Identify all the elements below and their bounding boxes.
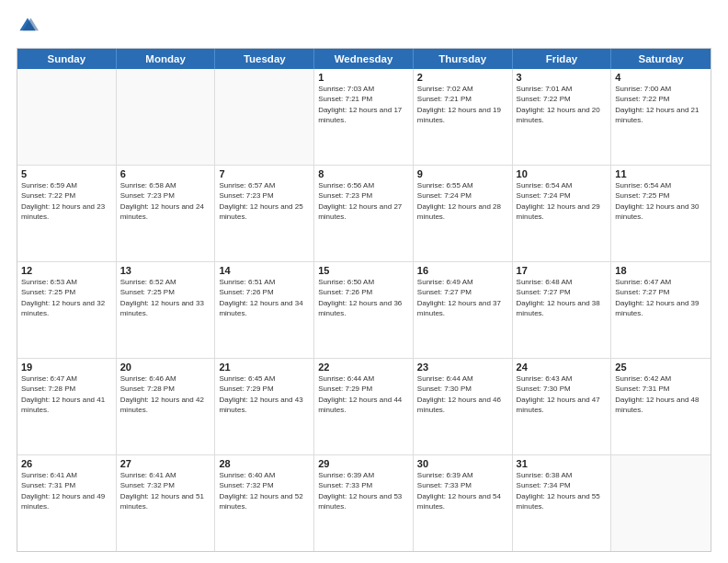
cell-info: Sunrise: 6:50 AMSunset: 7:26 PMDaylight:…	[318, 278, 402, 317]
weekday-header-thursday: Thursday	[414, 49, 513, 69]
day-number: 29	[318, 458, 409, 469]
day-number: 7	[219, 168, 310, 179]
day-number: 18	[615, 265, 707, 276]
cell-info: Sunrise: 6:44 AMSunset: 7:29 PMDaylight:…	[318, 374, 402, 414]
day-number: 11	[615, 168, 707, 179]
cell-info: Sunrise: 6:57 AMSunset: 7:23 PMDaylight:…	[219, 181, 302, 221]
calendar-cell: 27Sunrise: 6:41 AMSunset: 7:32 PMDayligh…	[117, 455, 216, 551]
cell-info: Sunrise: 7:03 AMSunset: 7:21 PMDaylight:…	[318, 85, 402, 124]
day-number: 14	[219, 265, 310, 276]
calendar-cell: 28Sunrise: 6:40 AMSunset: 7:32 PMDayligh…	[215, 455, 314, 551]
day-number: 30	[417, 458, 508, 469]
calendar-week-1: 1Sunrise: 7:03 AMSunset: 7:21 PMDaylight…	[17, 69, 711, 166]
day-number: 1	[318, 72, 409, 83]
cell-info: Sunrise: 6:53 AMSunset: 7:25 PMDaylight:…	[21, 278, 105, 317]
day-number: 13	[120, 265, 211, 276]
cell-info: Sunrise: 6:41 AMSunset: 7:32 PMDaylight:…	[120, 471, 204, 511]
calendar-cell: 2Sunrise: 7:02 AMSunset: 7:21 PMDaylight…	[414, 69, 513, 165]
calendar-cell: 10Sunrise: 6:54 AMSunset: 7:24 PMDayligh…	[513, 166, 612, 261]
day-number: 5	[21, 168, 112, 179]
calendar-cell: 8Sunrise: 6:56 AMSunset: 7:23 PMDaylight…	[314, 166, 414, 261]
day-number: 9	[417, 168, 508, 179]
calendar-cell: 14Sunrise: 6:51 AMSunset: 7:26 PMDayligh…	[215, 262, 314, 358]
calendar-cell: 20Sunrise: 6:46 AMSunset: 7:28 PMDayligh…	[117, 359, 216, 454]
day-number: 27	[120, 458, 211, 469]
cell-info: Sunrise: 6:54 AMSunset: 7:25 PMDaylight:…	[615, 181, 699, 221]
cell-info: Sunrise: 6:43 AMSunset: 7:30 PMDaylight:…	[517, 374, 600, 414]
day-number: 12	[21, 265, 112, 276]
calendar-cell: 24Sunrise: 6:43 AMSunset: 7:30 PMDayligh…	[513, 359, 612, 454]
cell-info: Sunrise: 6:38 AMSunset: 7:34 PMDaylight:…	[517, 471, 600, 511]
cell-info: Sunrise: 6:40 AMSunset: 7:32 PMDaylight:…	[219, 471, 302, 511]
calendar-cell: 3Sunrise: 7:01 AMSunset: 7:22 PMDaylight…	[513, 69, 612, 165]
day-number: 4	[615, 72, 707, 83]
calendar-cell: 26Sunrise: 6:41 AMSunset: 7:31 PMDayligh…	[17, 455, 117, 551]
day-number: 25	[615, 362, 707, 373]
cell-info: Sunrise: 6:51 AMSunset: 7:26 PMDaylight:…	[219, 278, 302, 317]
day-number: 28	[219, 458, 310, 469]
logo-icon	[17, 15, 39, 37]
day-number: 16	[417, 265, 508, 276]
day-number: 15	[318, 265, 409, 276]
day-number: 10	[517, 168, 608, 179]
calendar-cell	[215, 69, 314, 165]
cell-info: Sunrise: 6:47 AMSunset: 7:27 PMDaylight:…	[615, 278, 699, 317]
page-header	[17, 15, 711, 40]
day-number: 8	[318, 168, 409, 179]
cell-info: Sunrise: 7:01 AMSunset: 7:22 PMDaylight:…	[517, 85, 600, 124]
weekday-header-friday: Friday	[513, 49, 612, 69]
calendar-cell	[17, 69, 117, 165]
day-number: 24	[517, 362, 608, 373]
calendar-cell: 11Sunrise: 6:54 AMSunset: 7:25 PMDayligh…	[611, 166, 711, 261]
day-number: 2	[417, 72, 508, 83]
day-number: 19	[21, 362, 112, 373]
calendar-week-2: 5Sunrise: 6:59 AMSunset: 7:22 PMDaylight…	[17, 166, 711, 262]
cell-info: Sunrise: 7:00 AMSunset: 7:22 PMDaylight:…	[615, 85, 699, 124]
cell-info: Sunrise: 6:45 AMSunset: 7:29 PMDaylight:…	[219, 374, 302, 414]
cell-info: Sunrise: 6:54 AMSunset: 7:24 PMDaylight:…	[517, 181, 600, 221]
day-number: 23	[417, 362, 508, 373]
calendar-cell: 25Sunrise: 6:42 AMSunset: 7:31 PMDayligh…	[611, 359, 711, 454]
cell-info: Sunrise: 7:02 AMSunset: 7:21 PMDaylight:…	[417, 85, 501, 124]
day-number: 26	[21, 458, 112, 469]
calendar-week-5: 26Sunrise: 6:41 AMSunset: 7:31 PMDayligh…	[17, 455, 711, 551]
cell-info: Sunrise: 6:56 AMSunset: 7:23 PMDaylight:…	[318, 181, 402, 221]
calendar-cell: 15Sunrise: 6:50 AMSunset: 7:26 PMDayligh…	[314, 262, 414, 358]
calendar: SundayMondayTuesdayWednesdayThursdayFrid…	[17, 48, 711, 552]
calendar-cell: 29Sunrise: 6:39 AMSunset: 7:33 PMDayligh…	[314, 455, 414, 551]
calendar-week-3: 12Sunrise: 6:53 AMSunset: 7:25 PMDayligh…	[17, 262, 711, 359]
calendar-cell: 13Sunrise: 6:52 AMSunset: 7:25 PMDayligh…	[117, 262, 216, 358]
calendar-week-4: 19Sunrise: 6:47 AMSunset: 7:28 PMDayligh…	[17, 359, 711, 455]
calendar-cell: 6Sunrise: 6:58 AMSunset: 7:23 PMDaylight…	[117, 166, 216, 261]
day-number: 22	[318, 362, 409, 373]
calendar-cell: 31Sunrise: 6:38 AMSunset: 7:34 PMDayligh…	[513, 455, 612, 551]
calendar-cell: 1Sunrise: 7:03 AMSunset: 7:21 PMDaylight…	[314, 69, 414, 165]
weekday-header-wednesday: Wednesday	[314, 49, 414, 69]
cell-info: Sunrise: 6:39 AMSunset: 7:33 PMDaylight:…	[318, 471, 402, 511]
weekday-header-sunday: Sunday	[17, 49, 117, 69]
weekday-header-tuesday: Tuesday	[215, 49, 314, 69]
cell-info: Sunrise: 6:52 AMSunset: 7:25 PMDaylight:…	[120, 278, 204, 317]
cell-info: Sunrise: 6:47 AMSunset: 7:28 PMDaylight:…	[21, 374, 105, 414]
day-number: 3	[517, 72, 608, 83]
calendar-cell: 17Sunrise: 6:48 AMSunset: 7:27 PMDayligh…	[513, 262, 612, 358]
cell-info: Sunrise: 6:58 AMSunset: 7:23 PMDaylight:…	[120, 181, 204, 221]
calendar-cell: 19Sunrise: 6:47 AMSunset: 7:28 PMDayligh…	[17, 359, 117, 454]
calendar-cell	[117, 69, 216, 165]
calendar-body: 1Sunrise: 7:03 AMSunset: 7:21 PMDaylight…	[17, 69, 711, 551]
calendar-cell: 16Sunrise: 6:49 AMSunset: 7:27 PMDayligh…	[414, 262, 513, 358]
day-number: 20	[120, 362, 211, 373]
day-number: 6	[120, 168, 211, 179]
weekday-header-saturday: Saturday	[611, 49, 711, 69]
cell-info: Sunrise: 6:44 AMSunset: 7:30 PMDaylight:…	[417, 374, 501, 414]
logo	[17, 15, 40, 40]
day-number: 31	[517, 458, 608, 469]
cell-info: Sunrise: 6:49 AMSunset: 7:27 PMDaylight:…	[417, 278, 501, 317]
calendar-cell: 30Sunrise: 6:39 AMSunset: 7:33 PMDayligh…	[414, 455, 513, 551]
calendar-cell	[611, 455, 711, 551]
calendar-cell: 4Sunrise: 7:00 AMSunset: 7:22 PMDaylight…	[611, 69, 711, 165]
calendar-cell: 22Sunrise: 6:44 AMSunset: 7:29 PMDayligh…	[314, 359, 414, 454]
calendar-cell: 23Sunrise: 6:44 AMSunset: 7:30 PMDayligh…	[414, 359, 513, 454]
calendar-cell: 21Sunrise: 6:45 AMSunset: 7:29 PMDayligh…	[215, 359, 314, 454]
day-number: 17	[517, 265, 608, 276]
